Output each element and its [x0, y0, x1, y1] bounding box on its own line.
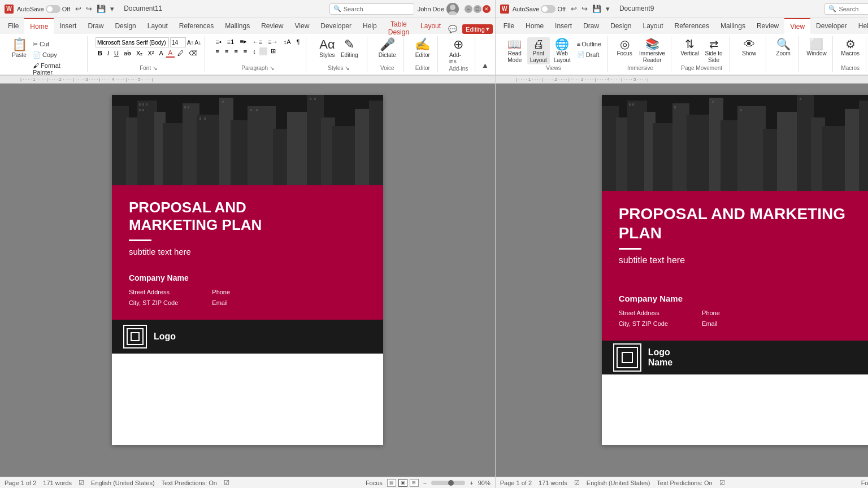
left-tab-draw[interactable]: Draw	[82, 18, 109, 34]
left-font-size-input[interactable]	[170, 37, 186, 47]
right-tab-review[interactable]: Review	[751, 18, 784, 34]
left-copy-button[interactable]: 📄 Copy	[31, 50, 83, 60]
right-autosave[interactable]: AutoSave Off	[513, 5, 566, 13]
left-city-state[interactable]: City, ST ZIP Code	[129, 298, 178, 308]
left-tab-file[interactable]: File	[2, 18, 24, 34]
left-editing-button[interactable]: ✎ Editing	[338, 37, 361, 59]
right-focus-button[interactable]: ◎ Focus	[613, 37, 636, 58]
left-tab-mailings[interactable]: Mailings	[219, 18, 255, 34]
right-tab-design[interactable]: Design	[605, 18, 637, 34]
right-logo-text[interactable]: Logo Name	[648, 347, 673, 368]
left-autosave[interactable]: AutoSave Off	[17, 5, 70, 13]
left-strikethrough-button[interactable]: ab̶	[121, 49, 133, 58]
right-doc-subtitle[interactable]: subtitle text here	[619, 255, 867, 265]
left-comments-button[interactable]: 💬	[446, 24, 459, 34]
right-tab-references[interactable]: References	[669, 18, 715, 34]
left-shading-button[interactable]	[259, 47, 267, 55]
left-redo-button[interactable]: ↪	[84, 4, 94, 14]
left-paste-button[interactable]: 📋 Paste	[9, 37, 29, 59]
right-read-mode-button[interactable]: 📖 Read Mode	[504, 37, 526, 64]
left-align-left-button[interactable]: ≡	[214, 47, 222, 55]
left-doc-subtitle[interactable]: subtitle text here	[129, 247, 366, 256]
left-font-size-up[interactable]: A↑	[187, 40, 194, 46]
left-line-spacing-button[interactable]: ↕	[250, 47, 258, 55]
left-sort-button[interactable]: ↕A	[281, 38, 293, 46]
right-save-button[interactable]: 💾	[591, 4, 603, 14]
left-show-paragraph-button[interactable]: ¶	[294, 38, 302, 46]
right-tab-home[interactable]: Home	[520, 18, 549, 34]
right-tab-layout[interactable]: Layout	[637, 18, 669, 34]
left-text-effects-button[interactable]: A	[157, 49, 165, 58]
right-tab-file[interactable]: File	[498, 18, 520, 34]
right-outline-button[interactable]: ≡ Outline	[575, 40, 604, 49]
right-tab-mailings[interactable]: Mailings	[715, 18, 751, 34]
right-doc-title[interactable]: PROPOSAL AND MARKETING PLAN	[619, 204, 867, 242]
left-subscript-button[interactable]: X₂	[134, 49, 145, 58]
left-view-web[interactable]: ⊞	[410, 479, 419, 487]
right-customize-button[interactable]: ▾	[604, 4, 611, 14]
left-company-name[interactable]: Company Name	[129, 273, 366, 282]
right-tab-insert[interactable]: Insert	[549, 18, 578, 34]
left-tab-review[interactable]: Review	[255, 18, 289, 34]
right-autosave-toggle[interactable]	[541, 5, 555, 13]
left-numbering-button[interactable]: ≡1	[225, 38, 237, 46]
left-indent-dec-button[interactable]: ←≡	[250, 38, 264, 46]
right-tab-draw[interactable]: Draw	[578, 18, 605, 34]
left-dictate-button[interactable]: 🎤 Dictate	[376, 37, 398, 59]
left-doc-title[interactable]: PROPOSAL AND MARKETING PLAN	[129, 199, 366, 234]
left-phone[interactable]: Phone	[212, 287, 230, 298]
left-highlight-button[interactable]: 🖊	[175, 49, 186, 58]
left-italic-button[interactable]: I	[105, 49, 111, 58]
left-superscript-button[interactable]: X²	[145, 49, 156, 58]
left-email[interactable]: Email	[212, 298, 230, 308]
left-borders-button[interactable]: ⊞	[268, 47, 278, 55]
left-tab-layout[interactable]: Layout	[142, 18, 173, 34]
left-street-address[interactable]: Street Address	[129, 287, 178, 298]
right-phone[interactable]: Phone	[702, 308, 720, 319]
left-tab-table-layout[interactable]: Layout	[415, 18, 446, 34]
right-tab-view[interactable]: View	[784, 18, 810, 34]
left-cut-button[interactable]: ✂ Cut	[31, 40, 83, 49]
right-undo-button[interactable]: ↩	[569, 4, 579, 14]
right-web-layout-button[interactable]: 🌐 Web Layout	[551, 37, 574, 64]
right-street-address[interactable]: Street Address	[619, 308, 668, 319]
right-vertical-button[interactable]: ⇅ Vertical	[678, 37, 701, 58]
left-logo-text[interactable]: Logo	[154, 332, 176, 342]
left-view-print[interactable]: ▤	[387, 479, 396, 487]
left-underline-button[interactable]: U	[112, 49, 121, 58]
left-bullets-button[interactable]: ≡•	[214, 38, 224, 46]
right-macros-button[interactable]: ⚙ Macros	[839, 37, 862, 58]
right-redo-button[interactable]: ↪	[580, 4, 589, 14]
left-styles-button[interactable]: Aα Styles	[317, 37, 337, 59]
right-company-name[interactable]: Company Name	[619, 294, 867, 303]
left-format-painter-button[interactable]: 🖌 Format Painter	[31, 61, 83, 77]
left-minimize-button[interactable]: −	[465, 5, 472, 13]
left-tab-design[interactable]: Design	[109, 18, 141, 34]
left-outline-button[interactable]: ≡▸	[237, 37, 249, 46]
left-autosave-toggle[interactable]	[46, 5, 60, 13]
left-zoom-in[interactable]: +	[470, 480, 473, 486]
left-editing-badge[interactable]: Editing ▾	[462, 24, 493, 34]
right-draft-button[interactable]: 📄 Draft	[575, 50, 604, 59]
right-tab-help[interactable]: Help	[853, 18, 868, 34]
left-clear-format-button[interactable]: ⌫	[186, 49, 200, 58]
right-zoom-button[interactable]: 🔍 Zoom	[772, 37, 795, 58]
left-align-center-button[interactable]: ≡	[223, 47, 231, 55]
left-font-name-input[interactable]	[96, 37, 169, 47]
left-tab-references[interactable]: References	[173, 18, 219, 34]
left-indent-inc-button[interactable]: ≡→	[266, 38, 280, 46]
left-search-box[interactable]: 🔍 Search	[329, 3, 414, 15]
left-text-color-button[interactable]: A	[166, 49, 175, 58]
left-font-size-down[interactable]: A↓	[195, 40, 202, 46]
left-tab-developer[interactable]: Developer	[315, 18, 357, 34]
left-close-button[interactable]: ✕	[483, 5, 491, 13]
right-search-box[interactable]: 🔍 Search	[824, 3, 868, 15]
right-status-focus[interactable]: Focus	[861, 480, 868, 486]
left-tab-help[interactable]: Help	[357, 18, 383, 34]
left-zoom-out[interactable]: −	[423, 480, 427, 486]
right-city-state[interactable]: City, ST ZIP Code	[619, 319, 668, 329]
left-maximize-button[interactable]: □	[474, 5, 481, 13]
left-view-read[interactable]: ▣	[398, 479, 407, 487]
left-customize-button[interactable]: ▾	[108, 4, 116, 14]
left-ribbon-collapse-button[interactable]: ▲	[480, 60, 491, 70]
